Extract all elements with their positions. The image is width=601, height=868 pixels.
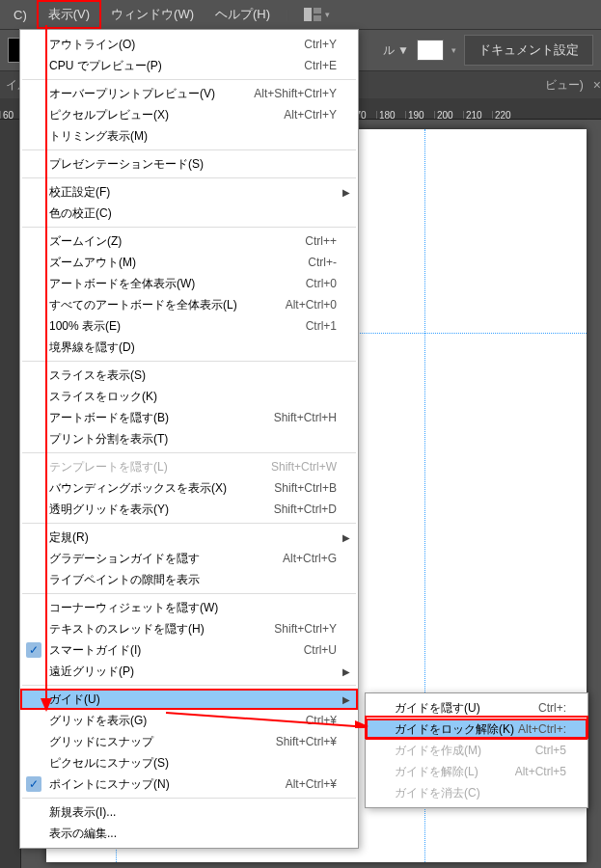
menu-separator bbox=[22, 593, 356, 594]
menu-item[interactable]: アートボードを全体表示(W)Ctrl+0 bbox=[20, 273, 358, 294]
menu-item[interactable]: アウトライン(O)Ctrl+Y bbox=[20, 34, 358, 55]
menu-separator bbox=[22, 685, 356, 686]
menu-item[interactable]: プレゼンテーションモード(S) bbox=[20, 153, 358, 175]
menu-item[interactable]: プリント分割を表示(T) bbox=[20, 428, 358, 449]
menu-item[interactable]: ライブペイントの隙間を表示 bbox=[20, 569, 358, 590]
submenu-item[interactable]: ガイドを隠す(U)Ctrl+: bbox=[366, 697, 587, 719]
menu-item-shortcut: Shift+Ctrl+H bbox=[274, 411, 337, 424]
menu-item-label: オーバープリントプレビュー(V) bbox=[49, 86, 254, 102]
menu-item-label: バウンディングボックスを表示(X) bbox=[49, 480, 274, 497]
submenu-item-shortcut: Ctrl+5 bbox=[535, 744, 566, 757]
menu-item-shortcut: Alt+Ctrl+Y bbox=[284, 108, 337, 122]
menu-item-label: グリッドにスナップ bbox=[49, 734, 276, 750]
submenu-item-label: ガイドを消去(C) bbox=[395, 785, 566, 801]
menu-separator bbox=[22, 177, 356, 178]
menu-item-shortcut: Alt+Ctrl+G bbox=[283, 552, 337, 565]
menu-item-label: テンプレートを隠す(L) bbox=[49, 459, 271, 475]
menubar-item-view[interactable]: 表示(V) bbox=[39, 2, 99, 27]
menu-item-shortcut: Ctrl+Y bbox=[304, 38, 337, 51]
menu-item[interactable]: バウンディングボックスを表示(X)Shift+Ctrl+B bbox=[20, 477, 358, 499]
submenu-caret-icon: ▶ bbox=[342, 666, 350, 677]
submenu-item-label: ガイドを隠す(U) bbox=[395, 700, 538, 717]
menu-item[interactable]: 色の校正(C) bbox=[20, 203, 358, 224]
menu-item-label: CPU でプレビュー(P) bbox=[49, 58, 304, 74]
menu-item[interactable]: すべてのアートボードを全体表示(L)Alt+Ctrl+0 bbox=[20, 294, 358, 315]
menubar-item-c[interactable]: C) bbox=[4, 4, 37, 26]
submenu-item[interactable]: ガイドをロック解除(K)Alt+Ctrl+: bbox=[366, 719, 587, 740]
menu-item[interactable]: グラデーションガイドを隠すAlt+Ctrl+G bbox=[20, 548, 358, 569]
menu-item[interactable]: 新規表示(I)... bbox=[20, 801, 358, 823]
document-setup-button[interactable]: ドキュメント設定 bbox=[464, 35, 593, 66]
menu-item[interactable]: ✓スマートガイド(I)Ctrl+U bbox=[20, 639, 358, 661]
tab-viewmode-right: ビュー) bbox=[545, 77, 584, 94]
opacity-field-fragment: ル ▼ bbox=[383, 42, 409, 59]
submenu-item-label: ガイドをロック解除(K) bbox=[395, 721, 518, 738]
menubar-item-window[interactable]: ウィンドウ(W) bbox=[101, 2, 204, 27]
menu-item-label: 100% 表示(E) bbox=[49, 318, 306, 335]
menu-item[interactable]: トリミング表示(M) bbox=[20, 125, 358, 147]
menu-item[interactable]: 遠近グリッド(P)▶ bbox=[20, 661, 358, 682]
menu-separator bbox=[22, 798, 356, 799]
menu-item: テンプレートを隠す(L)Shift+Ctrl+W bbox=[20, 456, 358, 477]
menu-item-label: ポイントにスナップ(N) bbox=[49, 776, 286, 793]
menu-separator bbox=[22, 149, 356, 150]
menu-item[interactable]: 定規(R)▶ bbox=[20, 527, 358, 548]
menu-item[interactable]: コーナーウィジェットを隠す(W) bbox=[20, 597, 358, 618]
menu-item[interactable]: CPU でプレビュー(P)Ctrl+E bbox=[20, 55, 358, 76]
menu-item-label: ガイド(U) bbox=[49, 692, 337, 708]
menu-item-label: グリッドを表示(G) bbox=[49, 713, 306, 729]
menubar-item-help[interactable]: ヘルプ(H) bbox=[205, 2, 280, 27]
menu-item-shortcut: Alt+Ctrl+0 bbox=[286, 298, 337, 312]
menu-item-label: ズームイン(Z) bbox=[49, 233, 305, 250]
menu-item[interactable]: ズームアウト(M)Ctrl+- bbox=[20, 252, 358, 273]
svg-rect-0 bbox=[304, 8, 312, 21]
menu-item-shortcut: Shift+Ctrl+¥ bbox=[276, 735, 337, 748]
menu-item[interactable]: スライスを表示(S) bbox=[20, 365, 358, 386]
menu-item-label: プレゼンテーションモード(S) bbox=[49, 156, 337, 173]
menu-item-label: 校正設定(F) bbox=[49, 184, 337, 201]
check-icon: ✓ bbox=[26, 642, 41, 658]
menu-item-label: すべてのアートボードを全体表示(L) bbox=[49, 297, 286, 313]
view-menu-dropdown: アウトライン(O)Ctrl+YCPU でプレビュー(P)Ctrl+Eオーバープリ… bbox=[19, 29, 359, 849]
ruler-tick: 190 bbox=[405, 111, 434, 120]
svg-rect-2 bbox=[314, 15, 321, 21]
submenu-item-label: ガイドを解除(L) bbox=[395, 764, 515, 780]
menu-item[interactable]: ズームイン(Z)Ctrl++ bbox=[20, 231, 358, 252]
menu-item-label: プリント分割を表示(T) bbox=[49, 431, 337, 448]
menu-item[interactable]: 透明グリッドを表示(Y)Shift+Ctrl+D bbox=[20, 499, 358, 520]
submenu-item: ガイドを消去(C) bbox=[366, 782, 587, 803]
menu-item-label: アートボードを全体表示(W) bbox=[49, 276, 306, 292]
menu-item-label: ライブペイントの隙間を表示 bbox=[49, 572, 337, 588]
menu-item[interactable]: スライスをロック(K) bbox=[20, 386, 358, 407]
menu-item-shortcut: Shift+Ctrl+W bbox=[271, 460, 337, 474]
stroke-swatch[interactable] bbox=[417, 40, 444, 61]
menu-item-shortcut: Ctrl+1 bbox=[306, 319, 337, 333]
stroke-dropdown-icon[interactable]: ▾ bbox=[451, 45, 456, 55]
menu-item[interactable]: オーバープリントプレビュー(V)Alt+Shift+Ctrl+Y bbox=[20, 83, 358, 104]
submenu-caret-icon: ▶ bbox=[342, 694, 350, 705]
submenu-item: ガイドを解除(L)Alt+Ctrl+5 bbox=[366, 761, 587, 782]
arrange-documents-icon[interactable]: ▾ bbox=[304, 8, 330, 21]
menu-item[interactable]: ピクセルにスナップ(S) bbox=[20, 752, 358, 773]
menu-separator bbox=[22, 452, 356, 453]
menu-item[interactable]: 100% 表示(E)Ctrl+1 bbox=[20, 315, 358, 337]
menu-item[interactable]: グリッドを表示(G)Ctrl+¥ bbox=[20, 710, 358, 731]
menu-separator bbox=[22, 361, 356, 362]
menubar: C) 表示(V) ウィンドウ(W) ヘルプ(H) | ▾ bbox=[0, 0, 601, 29]
menu-item[interactable]: ピクセルプレビュー(X)Alt+Ctrl+Y bbox=[20, 104, 358, 125]
menu-item[interactable]: テキストのスレッドを隠す(H)Shift+Ctrl+Y bbox=[20, 618, 358, 639]
ruler-vertical[interactable] bbox=[0, 120, 21, 868]
menu-item[interactable]: グリッドにスナップShift+Ctrl+¥ bbox=[20, 731, 358, 752]
menu-item-shortcut: Ctrl+0 bbox=[306, 277, 337, 290]
menu-item[interactable]: ✓ポイントにスナップ(N)Alt+Ctrl+¥ bbox=[20, 773, 358, 795]
menu-item[interactable]: 校正設定(F)▶ bbox=[20, 181, 358, 203]
menu-item[interactable]: アートボードを隠す(B)Shift+Ctrl+H bbox=[20, 407, 358, 428]
menu-item-shortcut: Shift+Ctrl+B bbox=[274, 481, 337, 495]
menu-item-label: トリミング表示(M) bbox=[49, 128, 337, 145]
tab-close-icon[interactable]: × bbox=[593, 77, 601, 93]
menu-item[interactable]: ガイド(U)▶ bbox=[20, 689, 358, 710]
menu-item-label: コーナーウィジェットを隠す(W) bbox=[49, 600, 337, 616]
menu-item-label: テキストのスレッドを隠す(H) bbox=[49, 621, 274, 637]
menu-item[interactable]: 表示の編集... bbox=[20, 823, 358, 844]
menu-item[interactable]: 境界線を隠す(D) bbox=[20, 337, 358, 358]
